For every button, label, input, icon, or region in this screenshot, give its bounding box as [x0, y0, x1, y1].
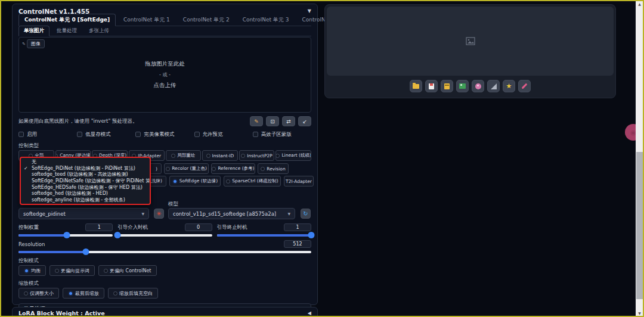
preprocessor-select[interactable]: softedge_pidinet ▼	[18, 208, 149, 219]
tab-single-image[interactable]: 单张图片	[18, 26, 49, 36]
chevron-down-icon: ▼	[141, 212, 144, 216]
control-type-recolor[interactable]: Recolor (重上色)	[164, 163, 209, 174]
dropdown-option-anyline[interactable]: softedge_anyline (软边缘检测 - 全部线条)	[21, 197, 150, 204]
save-image-button[interactable]	[425, 80, 438, 92]
pixel-perfect-checkbox[interactable]	[135, 132, 141, 137]
dropdown-option-none[interactable]: 无	[21, 159, 150, 166]
webcam-button[interactable]: ⊡	[266, 116, 279, 126]
enable-checkbox[interactable]	[18, 132, 24, 137]
control-type-softedge[interactable]: SoftEdge (软边缘)	[169, 176, 221, 187]
unit-tabs: ControlNet 单元 0 [SoftEdge] ControlNet 单元…	[18, 15, 311, 26]
refresh-models-button[interactable]: ↻	[301, 209, 311, 219]
region-mask-option: 高效子区蒙版	[253, 130, 311, 138]
scrollbar-thumb[interactable]	[636, 152, 643, 299]
control-type-sparsectrl[interactable]: SparseCtrl (稀疏控制)	[224, 176, 281, 187]
lowvram-checkbox[interactable]	[77, 132, 82, 137]
folder-icon	[413, 84, 419, 89]
ruler-button[interactable]	[487, 80, 500, 92]
tab-batch[interactable]: 批量处理	[52, 26, 82, 36]
lowvram-option: 低显存模式	[77, 130, 135, 138]
new-canvas-icon: ✎	[254, 119, 259, 125]
result-gallery[interactable]	[327, 7, 614, 76]
allow-preview-checkbox[interactable]	[194, 132, 200, 137]
image-dropzone[interactable]: ✎ 图像 拖放图片至此处 - 或 - 点击上传	[18, 37, 311, 113]
accordion-arrow-icon: ◀	[308, 310, 311, 316]
control-type-row2: ) Recolor (重上色) Reference (参考) Revision	[135, 163, 311, 174]
control-type-lineart[interactable]: Lineart (线稿)	[275, 150, 311, 161]
send-image-button[interactable]	[456, 80, 469, 92]
lora-block-weight-accordion[interactable]: LoRA Block Weight : Active ◀	[12, 307, 318, 317]
slider-group: 控制权重 1 引导介入时机 0 引导终止时机 1	[18, 223, 311, 237]
control-type-instant-id[interactable]: Instant-ID	[202, 150, 238, 161]
control-mode-controlnet[interactable]: 更偏向 ControlNet	[98, 265, 157, 276]
collapse-accordion-icon[interactable]: ▼	[308, 8, 311, 14]
scroll-down-arrow[interactable]: ▼	[636, 310, 643, 316]
radio-icon	[275, 154, 280, 158]
resize-mode-crop[interactable]: 裁剪后缩放	[63, 288, 104, 299]
open-folder-button[interactable]	[410, 80, 422, 92]
ending-step-track[interactable]	[217, 234, 311, 237]
ending-step-slider: 引导终止时机 1	[217, 223, 311, 237]
control-mode-balanced[interactable]: 均衡	[18, 265, 46, 276]
picture-icon	[459, 83, 466, 89]
dropdown-option-hedsafe[interactable]: SoftEdge_HEDSafe (软边缘检测 - 保守 HED 算法)	[21, 185, 150, 191]
tab-multi-upload[interactable]: 多张上传	[84, 26, 114, 36]
dropdown-option-pidinetsafe[interactable]: SoftEdge_PiDiNetSafe (软边缘检测 - 保守 PiDiNet…	[21, 178, 150, 185]
tab-unit-3[interactable]: ControlNet 单元 3	[237, 14, 295, 26]
dropdown-option-hed[interactable]: softedge_hed (软边缘检测 - HED)	[21, 191, 150, 197]
control-weight-slider: 控制权重 1	[18, 223, 113, 237]
control-mode-prompt[interactable]: 更偏向提示词	[49, 265, 95, 276]
drop-hint-line2: - 或 -	[159, 72, 171, 78]
starting-step-slider: 引导介入时机 0	[117, 223, 212, 237]
dropdown-option-teed[interactable]: softedge_teed (软边缘检测 - 高效边缘检测)	[21, 172, 150, 178]
preprocessor-model-row: softedge_pidinet ▼ ✳ control_v11p_sd15_s…	[18, 208, 311, 219]
control-type-instructp2p[interactable]: InstructP2P	[239, 150, 275, 161]
region-mask-label: 高效子区蒙版	[261, 131, 292, 138]
radio-icon	[226, 179, 230, 184]
control-weight-input[interactable]: 1	[85, 223, 113, 231]
tab-unit-1[interactable]: ControlNet 单元 1	[118, 14, 175, 26]
send-dimensions-icon: ↙	[302, 119, 307, 125]
resolution-input[interactable]: 512	[284, 240, 311, 248]
palette-icon	[475, 83, 481, 89]
tab-unit-2[interactable]: ControlNet 单元 2	[178, 14, 235, 26]
model-select[interactable]: control_v11p_sd15_softedge [a8575a2a] ▼	[168, 208, 295, 219]
brush-button[interactable]	[518, 80, 531, 92]
dropzone-hint: 拖放图片至此处 - 或 - 点击上传	[19, 38, 311, 112]
control-mode-options: 均衡 更偏向提示词 更偏向 ControlNet	[18, 265, 311, 276]
pixel-perfect-label: 完美像素模式	[144, 131, 174, 138]
drop-hint-line3[interactable]: 点击上传	[154, 82, 177, 89]
resolution-track[interactable]	[18, 251, 311, 253]
slider-handle[interactable]	[114, 232, 121, 238]
control-type-t2i-adapter[interactable]: T2I-Adapter	[284, 176, 314, 187]
radio-icon	[113, 291, 117, 296]
region-mask-checkbox[interactable]	[253, 132, 258, 137]
resize-mode-just-resize[interactable]: 仅调整大小	[18, 288, 59, 299]
send-dimensions-button[interactable]: ↙	[298, 116, 311, 126]
slider-handle[interactable]	[308, 232, 314, 238]
mirror-webcam-button[interactable]: ⇄	[282, 116, 295, 126]
scroll-up-arrow[interactable]: ▲	[636, 1, 643, 7]
control-type-reference[interactable]: Reference (参考)	[211, 163, 255, 174]
control-weight-track[interactable]	[18, 234, 113, 237]
resize-mode-fill[interactable]: 缩放后填充空白	[108, 288, 158, 299]
radio-icon	[55, 269, 59, 273]
control-type-revision[interactable]: Revision	[258, 163, 289, 174]
run-preprocessor-button[interactable]: ✳	[154, 209, 164, 219]
floppy-icon	[429, 83, 434, 89]
starting-step-input[interactable]: 0	[185, 223, 212, 231]
palette-button[interactable]	[472, 80, 484, 92]
slider-handle[interactable]	[63, 232, 70, 238]
ending-step-input[interactable]: 1	[284, 223, 311, 231]
tab-unit-0[interactable]: ControlNet 单元 0 [SoftEdge]	[18, 14, 116, 26]
dropdown-option-pidinet[interactable]: ✓SoftEdge_PiDiNet (软边缘检测 - PiDiNet 算法)	[21, 166, 150, 172]
webcam-icon: ⊡	[270, 119, 275, 125]
control-type-inpaint[interactable]: 局部重绘	[166, 150, 202, 161]
allow-preview-option: 允许预览	[194, 130, 253, 138]
starting-step-track[interactable]	[117, 234, 212, 237]
sparkles-button[interactable]: ★	[503, 80, 515, 92]
slider-handle[interactable]	[82, 248, 89, 255]
save-zip-button[interactable]	[441, 80, 453, 92]
output-gallery-panel: ★	[324, 4, 616, 98]
new-canvas-button[interactable]: ✎	[250, 116, 263, 126]
